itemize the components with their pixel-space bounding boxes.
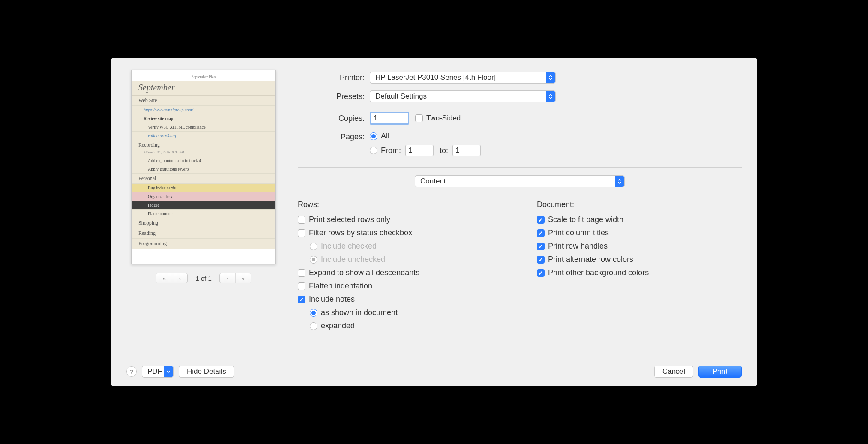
print-button[interactable]: Print: [698, 366, 742, 378]
preview-row: Web Site: [132, 96, 275, 106]
copies-input[interactable]: [370, 112, 409, 125]
pages-all-label: All: [381, 132, 389, 141]
col-titles-label: Print column titles: [548, 228, 609, 237]
notes-as-shown-radio[interactable]: [310, 309, 317, 317]
presets-value: Default Settings: [375, 92, 427, 101]
include-notes-label: Include notes: [309, 295, 355, 304]
printer-select[interactable]: HP LaserJet P3010 Series [4th Floor]: [370, 72, 556, 84]
hide-details-button[interactable]: Hide Details: [179, 366, 234, 378]
preview-doc-title: September Plan: [132, 75, 275, 79]
scale-fit-checkbox[interactable]: [537, 216, 545, 224]
printer-label: Printer:: [298, 73, 370, 82]
pager-next-button[interactable]: ›: [220, 273, 235, 283]
preview-row: Recording: [132, 140, 275, 150]
include-unchecked-label: Include unchecked: [321, 255, 385, 264]
presets-select[interactable]: Default Settings: [370, 90, 556, 102]
pages-to-label: to:: [440, 146, 448, 155]
pager-label: 1 of 1: [195, 275, 212, 282]
pager-first-button[interactable]: «: [156, 273, 172, 283]
notes-expanded-label: expanded: [321, 321, 355, 330]
include-checked-label: Include checked: [321, 242, 377, 251]
row-handles-checkbox[interactable]: [537, 243, 545, 250]
include-notes-checkbox[interactable]: [298, 296, 305, 303]
printer-value: HP LaserJet P3010 Series [4th Floor]: [375, 73, 496, 82]
pages-to-input[interactable]: [452, 145, 481, 156]
main-content: September Plan September Web Sitehttps:/…: [126, 70, 742, 350]
options-columns: Rows: Print selected rows only Filter ro…: [298, 200, 742, 335]
doc-title: Document:: [537, 200, 742, 209]
pager-right-group: › »: [219, 273, 251, 283]
bottom-bar: ? PDF Hide Details Cancel Print: [126, 354, 742, 378]
scale-fit-label: Scale to fit page width: [548, 215, 623, 224]
copies-label: Copies:: [298, 114, 370, 123]
section-value: Content: [420, 177, 446, 186]
preview-row: Personal: [132, 174, 275, 184]
preview-row: Fidget: [132, 201, 275, 210]
alt-colors-label: Print alternate row colors: [548, 255, 633, 264]
pages-from-label: From:: [381, 146, 401, 155]
pages-range-radio[interactable]: [370, 147, 377, 154]
preview-row: Shopping: [132, 218, 275, 228]
preview-row: At Studio 3C, 7:00-10:00 PM: [132, 150, 275, 156]
preview-row: Apply gratuitous reverb: [132, 165, 275, 174]
pager-prev-button[interactable]: ‹: [172, 273, 187, 283]
alt-colors-checkbox[interactable]: [537, 256, 545, 264]
preview-row: Programming: [132, 239, 275, 249]
preview-row: Reading: [132, 228, 275, 239]
pages-all-radio[interactable]: [370, 132, 377, 140]
pager-left-group: « ‹: [156, 273, 188, 283]
preview-row: Organize desk: [132, 192, 275, 201]
filter-status-checkbox[interactable]: [298, 229, 305, 237]
notes-as-shown-label: as shown in document: [321, 308, 398, 317]
preview-pager: « ‹ 1 of 1 › »: [156, 273, 251, 283]
flatten-label: Flatten indentation: [309, 282, 372, 291]
pdf-menu-button[interactable]: PDF: [142, 366, 174, 378]
preview-row: https://www.omnigroup.com/: [132, 106, 275, 114]
preview-pane: September Plan September Web Sitehttps:/…: [126, 70, 281, 350]
expand-desc-label: Expand to show all descendants: [309, 268, 419, 277]
pager-last-button[interactable]: »: [235, 273, 251, 283]
section-select[interactable]: Content: [415, 175, 625, 187]
filter-status-label: Filter rows by status checkbox: [309, 228, 412, 237]
pages-from-input[interactable]: [405, 145, 434, 156]
controls-pane: Printer: HP LaserJet P3010 Series [4th F…: [298, 70, 742, 350]
pages-label: Pages:: [298, 132, 370, 141]
page-preview: September Plan September Web Sitehttps:/…: [131, 70, 276, 264]
select-arrows-icon: [546, 72, 555, 83]
bg-colors-label: Print other background colors: [548, 268, 649, 277]
two-sided-checkbox[interactable]: [415, 114, 423, 122]
preview-heading: September: [132, 81, 275, 96]
presets-label: Presets:: [298, 92, 370, 101]
two-sided-label: Two-Sided: [426, 114, 461, 123]
preview-row: Plan commute: [132, 210, 275, 218]
pdf-label: PDF: [147, 367, 162, 376]
cancel-button[interactable]: Cancel: [654, 366, 693, 378]
print-selected-checkbox[interactable]: [298, 216, 305, 224]
col-titles-checkbox[interactable]: [537, 229, 545, 237]
print-dialog: September Plan September Web Sitehttps:/…: [111, 58, 757, 386]
preview-row: validator.w3.org: [132, 132, 275, 140]
include-unchecked-radio: [310, 256, 317, 264]
preview-row: Add euphonium solo to track 4: [132, 156, 275, 165]
divider: [298, 167, 742, 168]
chevron-down-icon: [164, 366, 173, 377]
select-arrows-icon: [615, 176, 624, 187]
preview-row: Verify W3C XHTML compliance: [132, 123, 275, 132]
help-button[interactable]: ?: [126, 366, 137, 377]
preview-row: Review site map: [132, 114, 275, 123]
preview-row: Buy index cards: [132, 184, 275, 192]
include-checked-radio: [310, 243, 317, 250]
expand-desc-checkbox[interactable]: [298, 269, 305, 277]
flatten-checkbox[interactable]: [298, 282, 305, 290]
bg-colors-checkbox[interactable]: [537, 269, 545, 277]
select-arrows-icon: [546, 91, 555, 102]
rows-title: Rows:: [298, 200, 503, 209]
notes-expanded-radio[interactable]: [310, 322, 317, 330]
row-handles-label: Print row handles: [548, 242, 608, 251]
print-selected-label: Print selected rows only: [309, 215, 390, 224]
